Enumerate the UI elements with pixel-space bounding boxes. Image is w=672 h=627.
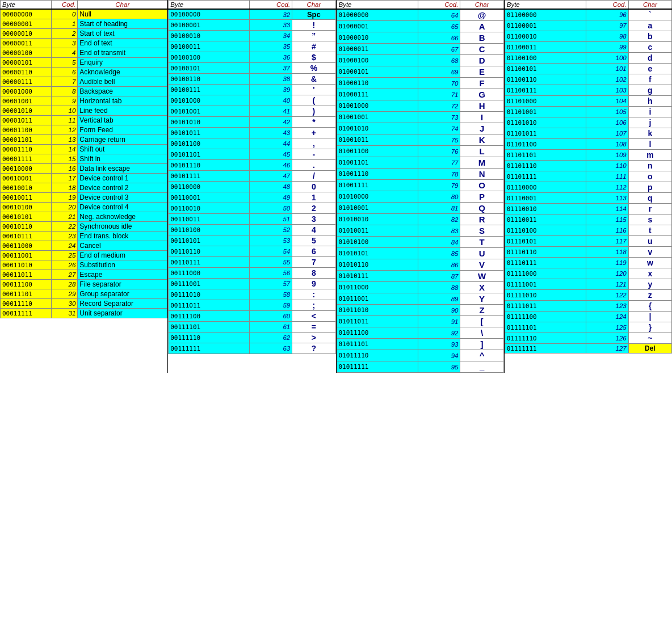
code-value: 126 bbox=[586, 333, 628, 344]
byte-value: 01011100 bbox=[337, 327, 418, 339]
byte-value: 00000100 bbox=[1, 48, 52, 58]
table-row: 000000102Start of text bbox=[1, 29, 167, 39]
char-value: ( bbox=[292, 95, 335, 106]
char-value: ^ bbox=[460, 350, 503, 361]
byte-value: 00101101 bbox=[169, 149, 250, 160]
byte-value: 01110100 bbox=[505, 225, 586, 236]
table-row: 0010100141) bbox=[169, 106, 335, 117]
table-row: 01110100116t bbox=[505, 225, 671, 236]
table-row: 01101000104h bbox=[505, 96, 671, 107]
table-row: 0010001135# bbox=[169, 41, 335, 52]
char-value: > bbox=[292, 333, 335, 343]
code-value: 18 bbox=[51, 183, 78, 193]
code-value: 64 bbox=[418, 9, 460, 21]
code-value: 17 bbox=[51, 174, 78, 183]
code-value: 12 bbox=[51, 125, 78, 135]
byte-value: 00011010 bbox=[1, 260, 52, 270]
byte-value: 01110010 bbox=[505, 204, 586, 214]
table-row: 000001004End of transmit bbox=[1, 48, 167, 58]
byte-value: 00011000 bbox=[1, 241, 52, 251]
char-value: ~ bbox=[628, 333, 671, 344]
char-value: End of text bbox=[78, 39, 167, 48]
table-row: 0000111014Shift out bbox=[1, 145, 167, 154]
table-row: 0010101042* bbox=[169, 117, 335, 128]
table-row: 0100110076L bbox=[337, 146, 503, 157]
table-row: 0001111131Unit separator bbox=[1, 309, 167, 318]
byte-value: 00110101 bbox=[169, 235, 250, 246]
char-value: ] bbox=[460, 339, 503, 350]
char-value: = bbox=[292, 322, 335, 333]
char-value: Shift out bbox=[78, 145, 167, 154]
code-value: 51 bbox=[250, 214, 292, 225]
char-value: E bbox=[460, 66, 503, 78]
code-value: 102 bbox=[586, 74, 628, 85]
table-row: 00110111557 bbox=[169, 257, 335, 268]
code-value: 61 bbox=[250, 322, 292, 333]
char-value: 0 bbox=[292, 182, 335, 192]
code-value: 65 bbox=[418, 21, 460, 32]
byte-value: 01110001 bbox=[505, 193, 586, 204]
char-value: n bbox=[628, 161, 671, 171]
byte-value: 01010111 bbox=[337, 271, 418, 282]
code-value: 29 bbox=[51, 289, 78, 299]
table-row: 0001100024Cancel bbox=[1, 241, 167, 251]
code-value: 26 bbox=[51, 260, 78, 270]
char-value: t bbox=[628, 225, 671, 236]
char-value: k bbox=[628, 128, 671, 139]
char-value: @ bbox=[460, 9, 503, 21]
byte-value: 00110001 bbox=[169, 192, 250, 203]
table-row: 000000113End of text bbox=[1, 39, 167, 48]
code-value: 47 bbox=[250, 171, 292, 182]
byte-value: 01011001 bbox=[337, 293, 418, 305]
code-value: 103 bbox=[586, 85, 628, 96]
code-value: 111 bbox=[586, 171, 628, 182]
byte-value: 00100001 bbox=[169, 20, 250, 31]
code-value: 104 bbox=[586, 96, 628, 107]
char-value: Acknowledge bbox=[78, 68, 167, 77]
code-value: 22 bbox=[51, 222, 78, 232]
char-value: f bbox=[628, 74, 671, 85]
code-value: 52 bbox=[250, 225, 292, 235]
byte-value: 01111001 bbox=[505, 279, 586, 290]
table-row: 000000011Start of heading bbox=[1, 19, 167, 29]
code-value: 114 bbox=[586, 204, 628, 214]
byte-value: 01001001 bbox=[337, 112, 418, 123]
code-value: 79 bbox=[418, 180, 460, 191]
table-row: 01100100100d bbox=[505, 53, 671, 64]
table-row: 0001100125End of medium bbox=[1, 251, 167, 260]
char-value: , bbox=[292, 138, 335, 149]
char-value: h bbox=[628, 96, 671, 107]
byte-value: 00000011 bbox=[1, 39, 52, 48]
byte-value: 00111100 bbox=[169, 311, 250, 322]
code-value: 30 bbox=[51, 299, 78, 309]
table-row: 0110000096` bbox=[505, 9, 671, 20]
code-value: 106 bbox=[586, 117, 628, 128]
char-value: b bbox=[628, 31, 671, 42]
byte-value: 00101010 bbox=[169, 117, 250, 128]
table-row: 0010101143+ bbox=[169, 128, 335, 138]
char-value: Substitution bbox=[78, 260, 167, 270]
table-row: 0001101026Substitution bbox=[1, 260, 167, 270]
byte-value: 01001100 bbox=[337, 146, 418, 157]
table-row: 0010110145- bbox=[169, 149, 335, 160]
code-value: 27 bbox=[51, 270, 78, 280]
char-value: : bbox=[292, 289, 335, 300]
byte-value: 01101001 bbox=[505, 107, 586, 117]
byte-value: 01010001 bbox=[337, 203, 418, 214]
code-value: 86 bbox=[418, 259, 460, 271]
char-value: z bbox=[628, 290, 671, 301]
table-row: 0011110060< bbox=[169, 311, 335, 322]
table-row: 0011111163? bbox=[169, 343, 335, 354]
table-row: 0001011123End trans. block bbox=[1, 232, 167, 241]
code-value: 110 bbox=[586, 161, 628, 171]
byte-value: 01000010 bbox=[337, 32, 418, 44]
byte-value: 00111011 bbox=[169, 300, 250, 311]
char-value: S bbox=[460, 225, 503, 237]
table-row: 0100111179O bbox=[337, 180, 503, 191]
byte-value: 01001110 bbox=[337, 169, 418, 180]
table-row: 0001001018Device control 2 bbox=[1, 183, 167, 193]
table-row: 0010010137% bbox=[169, 63, 335, 74]
code-value: 76 bbox=[418, 146, 460, 157]
table-row: 0001110028File separator bbox=[1, 280, 167, 289]
char-value: Neg. acknowledge bbox=[78, 212, 167, 222]
